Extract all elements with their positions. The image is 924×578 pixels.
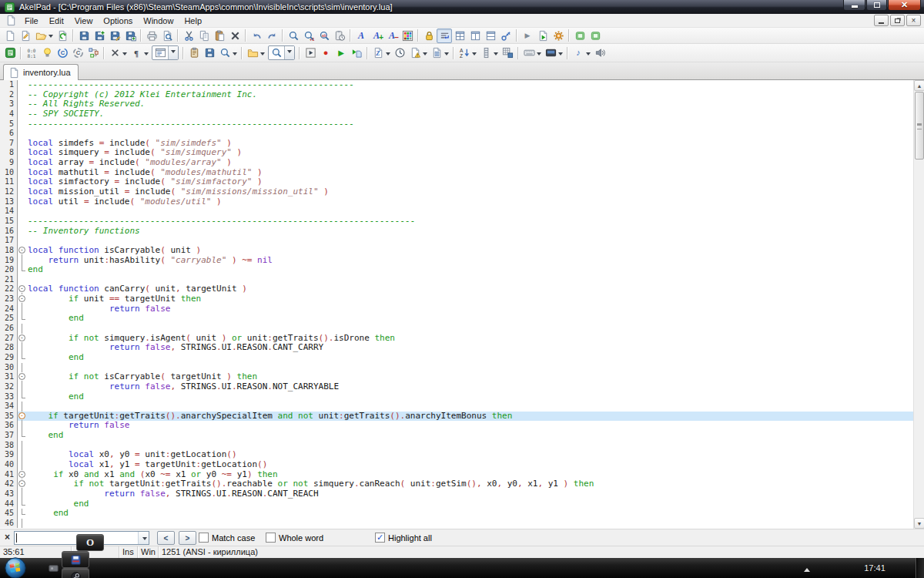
find-previous-button[interactable]: < (157, 531, 175, 545)
fold-toggle-icon[interactable]: - (18, 412, 28, 422)
print-preview-button[interactable] (159, 29, 175, 43)
tab-inventory-lua[interactable]: inventory.lua (3, 64, 79, 80)
close-button[interactable]: ✕ (888, 0, 921, 11)
whole-word-option[interactable]: Whole word (266, 533, 323, 543)
match-case-checkbox[interactable] (199, 533, 209, 543)
menu-edit[interactable]: Edit (44, 15, 69, 27)
mdi-close-button[interactable]: × (906, 15, 921, 26)
title-bar[interactable]: AkelPad - [C:\Program Files (x86)\Steam\… (0, 0, 924, 14)
panel-1-button[interactable] (572, 29, 588, 43)
close-tool-button[interactable] (107, 45, 129, 60)
scroll-down-button[interactable]: ▼ (914, 518, 924, 529)
fold-toggle-icon[interactable]: - (18, 246, 28, 256)
fold-toggle-icon[interactable]: - (18, 372, 28, 382)
color-theme-button[interactable] (400, 29, 415, 43)
syntax-refresh-button[interactable]: C (70, 45, 85, 60)
shortcuts-button[interactable] (498, 29, 514, 43)
view-mode-combo[interactable] (152, 45, 179, 60)
search-close-icon[interactable]: × (5, 533, 10, 543)
scrollbar-thumb[interactable] (915, 92, 924, 160)
font-larger-button[interactable]: A+ (369, 29, 384, 43)
print-button[interactable] (144, 29, 159, 43)
code-line-36[interactable]: 36 return false (0, 421, 913, 431)
save-file-button[interactable] (76, 29, 92, 43)
code-editor[interactable]: 1---------------------------------------… (0, 80, 924, 529)
code-line-13[interactable]: 13local util = include( "modules/util" ) (0, 197, 913, 207)
word-wrap-button[interactable] (437, 29, 452, 43)
next-document-button[interactable]: ▶ (520, 29, 535, 43)
taskbar-button-opera[interactable]: O (76, 534, 104, 551)
match-case-option[interactable]: Match case (199, 533, 255, 543)
reopen-file-button[interactable] (55, 29, 70, 43)
execute-script-button[interactable] (535, 29, 551, 43)
code-line-45[interactable]: 45 end (0, 509, 913, 519)
save-session-button[interactable] (202, 45, 217, 60)
code-line-35[interactable]: 35- if targetUnit:getTraits().anarchySpe… (0, 412, 913, 422)
show-hidden-icons-button[interactable] (804, 565, 810, 572)
maximize-button[interactable] (866, 0, 887, 11)
fold-toggle-icon[interactable]: - (18, 479, 28, 489)
taskbar-button-burner[interactable] (62, 551, 89, 568)
macro-record-button[interactable]: ● (318, 45, 333, 60)
macro-dialog-button[interactable] (303, 45, 318, 60)
panel-2-button[interactable] (588, 29, 603, 43)
code-line-28[interactable]: 28 return false, STRINGS.UI.REASON.CANT_… (0, 343, 913, 353)
menu-help[interactable]: Help (179, 15, 207, 27)
keyboard-layout-button[interactable] (521, 45, 543, 60)
code-line-43[interactable]: 43 return false, STRINGS.UI.REASON.CANT_… (0, 489, 913, 499)
code-line-5[interactable]: 5---------------------------------------… (0, 119, 913, 129)
code-line-46[interactable]: 46 (0, 519, 913, 529)
sort-lines-button[interactable]: AZ (457, 45, 478, 60)
menu-file[interactable]: File (19, 15, 44, 27)
code-line-33[interactable]: 33 end (0, 392, 913, 402)
chevron-down-icon[interactable] (284, 46, 294, 59)
find-next-button[interactable]: > (179, 531, 196, 545)
start-button[interactable] (2, 558, 28, 578)
color-panel-button[interactable] (543, 45, 564, 60)
sounds-plugin-button[interactable]: ♪ (571, 45, 592, 60)
redo-button[interactable] (264, 29, 280, 43)
quick-search-combo[interactable] (268, 45, 295, 60)
zoom-tool-button[interactable] (217, 45, 239, 60)
mdi-minimize-button[interactable] (874, 15, 889, 26)
code-line-19[interactable]: 19 return unit:hasAbility( "carryable" )… (0, 256, 913, 266)
vertical-scrollbar[interactable]: ▲ ▼ (913, 80, 924, 529)
taskbar-button-steam[interactable] (62, 568, 89, 578)
line-numbers-plugin-button[interactable]: 0:08:1 (24, 45, 39, 60)
save-all-button[interactable] (122, 29, 138, 43)
taskbar-clock[interactable]: 17:41 (853, 558, 896, 578)
scripts-plugin-button[interactable]: Z (370, 45, 392, 60)
macro-play-file-button[interactable] (349, 45, 364, 60)
save-file-as-button[interactable] (92, 29, 107, 43)
scroll-up-button[interactable]: ▲ (914, 80, 924, 91)
session-grid-button[interactable] (500, 45, 515, 60)
font-smaller-button[interactable]: A− (384, 29, 400, 43)
recent-files-button[interactable] (245, 45, 266, 60)
quick-launch-icon[interactable] (47, 562, 59, 574)
show-desktop-button[interactable] (916, 558, 924, 578)
recent-positions-button[interactable] (392, 45, 407, 60)
paste-button[interactable] (212, 29, 227, 43)
fold-toggle-icon[interactable]: - (18, 294, 28, 304)
code-structure-button[interactable] (85, 45, 101, 60)
copy-button[interactable] (196, 29, 212, 43)
delete-button[interactable] (227, 29, 243, 43)
search-history-dropdown[interactable] (138, 532, 149, 544)
menu-window[interactable]: Window (138, 15, 179, 27)
paste-special-button[interactable] (186, 45, 202, 60)
replace-button[interactable]: ab (316, 29, 332, 43)
whole-word-checkbox[interactable] (266, 533, 276, 543)
find-button[interactable] (286, 29, 301, 43)
fold-toggle-icon[interactable]: - (18, 284, 28, 294)
highlight-all-option[interactable]: ✓ Highlight all (375, 533, 432, 543)
split-horizontal-button[interactable] (483, 29, 498, 43)
cut-button[interactable] (181, 29, 196, 43)
clipboard-history-button[interactable] (332, 29, 347, 43)
speech-plugin-button[interactable] (592, 45, 608, 60)
code-line-44[interactable]: 44 end (0, 499, 913, 509)
options-button[interactable] (551, 29, 566, 43)
file-notifications-button[interactable] (407, 45, 429, 60)
fold-toggle-icon[interactable]: - (18, 334, 28, 344)
new-from-template-button[interactable] (18, 29, 33, 43)
minimize-button[interactable] (843, 0, 865, 11)
